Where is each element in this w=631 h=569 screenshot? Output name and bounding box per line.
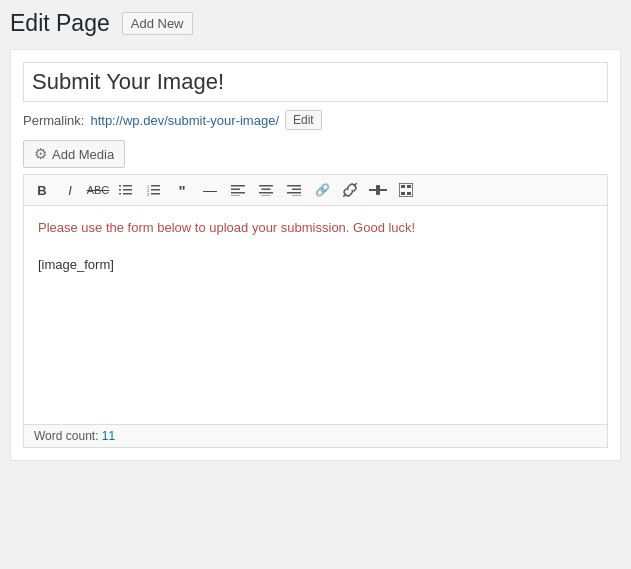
svg-rect-13	[231, 189, 240, 191]
svg-rect-16	[259, 185, 273, 187]
toolbar-italic-button[interactable]: I	[57, 179, 83, 201]
word-count-label: Word count:	[34, 429, 98, 443]
svg-rect-4	[119, 189, 121, 191]
toolbar-align-left-button[interactable]	[225, 179, 251, 201]
svg-rect-7	[151, 189, 160, 191]
word-count-number: 11	[102, 429, 115, 443]
editor-content-line1: Please use the form below to upload your…	[38, 218, 593, 239]
svg-rect-19	[262, 196, 271, 197]
svg-rect-21	[292, 189, 301, 191]
toolbar-ul-button[interactable]	[113, 179, 139, 201]
add-media-bar: ⚙ Add Media	[23, 140, 608, 168]
svg-rect-31	[407, 185, 411, 188]
page-header: Edit Page Add New	[10, 10, 621, 37]
toolbar-hr-button[interactable]: —	[197, 179, 223, 201]
svg-rect-0	[123, 185, 132, 187]
toolbar-link-button[interactable]: 🔗	[309, 179, 335, 201]
svg-rect-26	[369, 189, 376, 191]
svg-line-25	[354, 183, 357, 186]
add-new-button[interactable]: Add New	[122, 12, 193, 35]
word-count-bar: Word count: 11	[23, 425, 608, 448]
svg-rect-8	[151, 193, 160, 195]
add-media-icon: ⚙	[34, 145, 47, 163]
svg-rect-17	[262, 189, 271, 191]
post-title-input[interactable]	[23, 62, 608, 102]
toolbar-unlink-button[interactable]	[337, 179, 363, 201]
toolbar-align-center-button[interactable]	[253, 179, 279, 201]
svg-rect-20	[287, 185, 301, 187]
svg-rect-2	[123, 193, 132, 195]
permalink-row: Permalink: http://wp.dev/submit-your-ima…	[23, 110, 608, 130]
svg-rect-28	[376, 185, 380, 195]
svg-rect-6	[151, 185, 160, 187]
toolbar-ol-button[interactable]: 123	[141, 179, 167, 201]
editor-area[interactable]: Please use the form below to upload your…	[23, 205, 608, 425]
toolbar-strikethrough-button[interactable]: ABC	[85, 179, 111, 201]
page-wrap: Edit Page Add New Permalink: http://wp.d…	[0, 0, 631, 471]
svg-rect-14	[231, 192, 245, 194]
svg-rect-15	[231, 196, 240, 197]
toolbar-fullscreen-button[interactable]	[393, 179, 419, 201]
svg-line-24	[343, 194, 346, 197]
svg-rect-22	[287, 192, 301, 194]
svg-rect-32	[401, 192, 405, 195]
toolbar-more-button[interactable]	[365, 179, 391, 201]
add-media-button[interactable]: ⚙ Add Media	[23, 140, 125, 168]
svg-rect-27	[380, 189, 387, 191]
permalink-label: Permalink:	[23, 113, 84, 128]
svg-rect-23	[292, 196, 301, 197]
editor-container: Permalink: http://wp.dev/submit-your-ima…	[10, 49, 621, 461]
permalink-link[interactable]: http://wp.dev/submit-your-image/	[90, 113, 279, 128]
svg-rect-30	[401, 185, 405, 188]
page-title: Edit Page	[10, 10, 110, 37]
toolbar-align-right-button[interactable]	[281, 179, 307, 201]
toolbar-blockquote-button[interactable]: "	[169, 179, 195, 201]
svg-rect-18	[259, 192, 273, 194]
editor-toolbar: B I ABC 123 " — 🔗	[23, 174, 608, 205]
svg-rect-5	[119, 193, 121, 195]
svg-text:3: 3	[147, 192, 150, 197]
toolbar-bold-button[interactable]: B	[29, 179, 55, 201]
edit-slug-button[interactable]: Edit	[285, 110, 322, 130]
editor-shortcode: [image_form]	[38, 255, 593, 276]
svg-rect-33	[407, 192, 411, 195]
add-media-label: Add Media	[52, 147, 114, 162]
svg-rect-1	[123, 189, 132, 191]
svg-rect-12	[231, 185, 245, 187]
svg-rect-3	[119, 185, 121, 187]
